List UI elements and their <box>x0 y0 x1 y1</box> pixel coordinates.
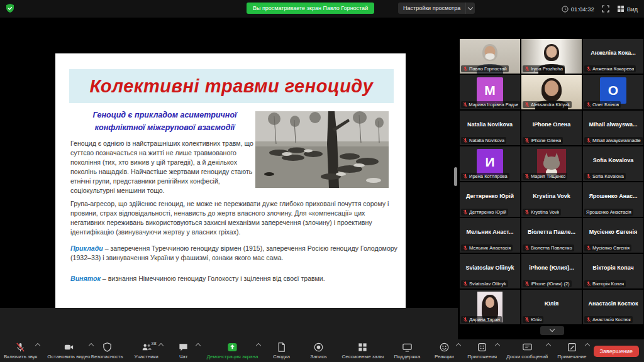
support-icon <box>402 342 413 353</box>
muted-mic-icon <box>525 317 530 322</box>
chevron-up-icon[interactable] <box>456 343 461 348</box>
chevron-up-icon[interactable] <box>256 343 261 348</box>
collapse-gallery-button[interactable] <box>540 326 564 335</box>
participant-tile[interactable]: Aleksandra Kiriyak <box>521 75 582 109</box>
chevron-up-icon[interactable] <box>35 343 40 348</box>
participant-tile[interactable]: Natalia Novikova Natalia Novikova <box>460 111 520 145</box>
support-button[interactable]: Поддержка <box>393 340 421 361</box>
participant-name-label: Анастасія Костюк <box>584 316 633 323</box>
fullscreen-icon[interactable] <box>602 5 609 13</box>
participant-name-label: Олег Блінов <box>584 101 621 108</box>
panel-resize-handle[interactable] <box>454 167 457 186</box>
participant-name-label: Мусієнко Євгенія <box>584 244 631 251</box>
participant-tile[interactable]: И Ирена Котлярова <box>460 146 520 181</box>
people-icon <box>141 342 152 353</box>
muted-mic-icon <box>586 173 591 179</box>
notes-button[interactable]: Примечание <box>557 340 586 361</box>
participant-tile[interactable]: Юлія Юлія <box>521 290 582 324</box>
participant-tile[interactable]: Дегтяренко Юрій Дегтяренко Юрій <box>460 182 520 217</box>
chevron-up-icon[interactable] <box>195 343 200 348</box>
participant-avatar: И <box>477 149 503 175</box>
participant-tile-body: Анастасія Костюк <box>583 300 643 307</box>
view-settings-button[interactable]: Настройки просмотра <box>398 3 465 14</box>
stop-video-button[interactable]: Остановить видео <box>47 340 90 361</box>
muted-mic-icon <box>463 66 468 72</box>
note-icon <box>567 342 577 353</box>
participant-tile-body: И <box>460 149 520 175</box>
participant-display-name: Мельник Анаст... <box>460 229 520 235</box>
participant-tile-body: Ярошенко Анас... <box>583 193 643 199</box>
view-settings-dropdown-button[interactable] <box>465 3 475 14</box>
examples-keyword: Приклади <box>70 244 103 252</box>
board-icon <box>522 342 533 353</box>
participant-tile[interactable]: Sofia Kovalova Sofia Kovalova <box>583 146 643 181</box>
participant-tile[interactable]: Дарина Таран <box>460 290 520 324</box>
participant-name-label: Sviatoslav Oliinyk <box>461 280 508 287</box>
security-button[interactable]: Безопасность <box>91 340 123 361</box>
participant-tile[interactable]: Мельник Анаст... Мельник Анастасія <box>460 218 520 253</box>
whiteboards-button[interactable]: Доски сообщений <box>506 340 548 361</box>
chevron-up-icon[interactable] <box>546 343 551 348</box>
shield-icon <box>102 342 113 353</box>
muted-mic-icon <box>586 138 591 143</box>
participant-tile-body: O <box>583 77 643 104</box>
participant-tile[interactable]: Мария Тищенко <box>521 146 582 181</box>
participant-tile[interactable]: Павло Горностай <box>460 39 520 74</box>
participant-tile-body: Анжеліка Кока... <box>583 50 643 56</box>
meeting-timer: 01:04:32 <box>562 6 594 13</box>
participants-button[interactable]: Участники 38 <box>133 340 160 361</box>
record-button[interactable]: Запись <box>304 340 332 361</box>
meeting-security-shield-icon[interactable] <box>5 3 15 13</box>
chevron-up-icon[interactable] <box>495 343 500 348</box>
participant-tile[interactable]: iPhone (Юлия)... iPhone (Юлия) (2) <box>521 254 582 288</box>
participant-tile[interactable]: Krystina Vovk Krystina Vovk <box>521 182 582 217</box>
participant-tile[interactable]: Sviatoslav Oliinyk Sviatoslav Oliinyk <box>460 254 520 288</box>
participant-tile[interactable]: Віолетта Павле... Віолетта Павленко <box>521 218 582 253</box>
participant-tile[interactable]: Мусієнко Євгенія Мусієнко Євгенія <box>583 218 643 253</box>
toolbar-left-group: Включить звук Остановить видео <box>4 340 91 361</box>
toolbar-center-group: Безопасность Участники 38 Чат Демонстрац… <box>91 340 587 361</box>
reactions-button[interactable]: Реакции <box>430 340 458 361</box>
clock-icon <box>562 6 569 13</box>
participant-tile[interactable]: Mihail alwayswa... Mihail alwayswannadie <box>583 111 643 145</box>
participant-tile-body: Мельник Анаст... <box>460 229 520 235</box>
participant-tile[interactable]: Вікторія Копач Вікторія Копач <box>583 254 643 288</box>
participant-display-name: Sofia Kovalova <box>583 157 643 163</box>
view-button[interactable]: Вид <box>617 5 638 13</box>
chevron-up-icon[interactable] <box>158 343 163 348</box>
summary-button[interactable]: Сводка <box>267 340 295 361</box>
participant-avatar: O <box>600 77 626 104</box>
participant-tile[interactable]: M Марина Ігорівна Радче... <box>460 75 520 109</box>
participant-tile[interactable]: Iryna Prozhoha <box>521 39 582 74</box>
participant-tile-body: Sofia Kovalova <box>583 157 643 163</box>
participant-tile[interactable]: Анастасія Костюк Анастасія Костюк <box>583 290 643 324</box>
unmute-button[interactable]: Включить звук <box>4 340 37 361</box>
muted-mic-icon <box>525 66 530 72</box>
participant-display-name: Дегтяренко Юрій <box>460 193 520 199</box>
chat-button[interactable]: Чат <box>170 340 197 361</box>
muted-mic-icon <box>463 245 468 251</box>
share-screen-button[interactable]: Демонстрация экрана <box>207 340 258 361</box>
participant-display-name: Віолетта Павле... <box>521 229 582 235</box>
record-icon <box>313 342 324 353</box>
chevron-up-icon[interactable] <box>584 343 589 348</box>
end-meeting-button[interactable]: Завершение <box>594 346 639 357</box>
shared-screen-background <box>0 308 458 339</box>
muted-mic-icon <box>525 245 530 251</box>
participant-name-label: Павло Горностай <box>461 65 509 72</box>
participant-tile[interactable]: Ярошенко Анас... Ярошенко Анастасія <box>583 182 643 217</box>
participant-tile-body: Віолетта Павле... <box>521 229 582 235</box>
participant-tile[interactable]: O Олег Блінов <box>583 75 643 109</box>
muted-mic-icon <box>463 173 468 179</box>
apps-button[interactable]: Приложения <box>467 340 497 361</box>
grid4-icon <box>357 342 368 353</box>
participant-name-label: Вікторія Копач <box>584 280 626 287</box>
participant-display-name: Ярошенко Анас... <box>583 193 643 199</box>
participant-display-name: Юлія <box>521 300 582 307</box>
slide-paragraph-exception: Виняток – визнання Німеччиною геноциду Г… <box>70 274 397 283</box>
participant-tile[interactable]: iPhone Олена iPhone Олена <box>521 111 582 145</box>
participant-name-label: iPhone (Юлия) (2) <box>523 280 572 287</box>
participant-tile[interactable]: Анжеліка Кока... Анжеліка Кокарева <box>583 39 643 74</box>
muted-mic-icon <box>463 102 467 107</box>
breakout-rooms-button[interactable]: Сессионные залы <box>341 340 384 361</box>
